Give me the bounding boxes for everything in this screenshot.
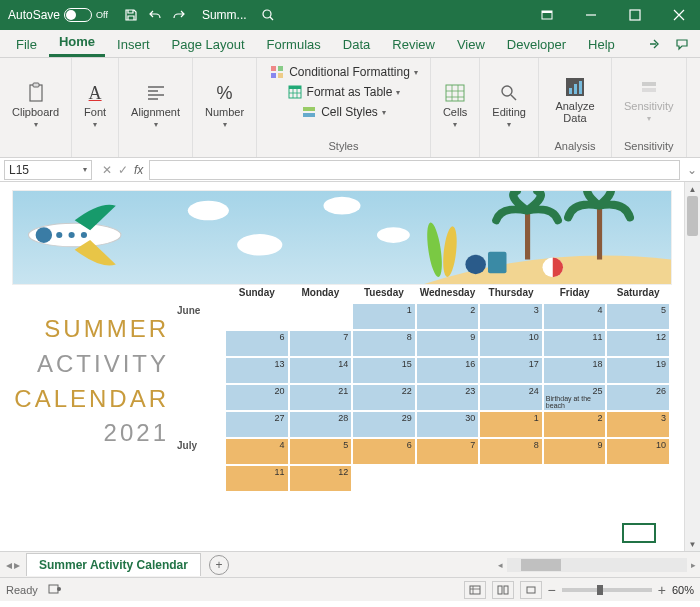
scroll-left-icon[interactable]: ◂ [498,560,503,570]
day-cell[interactable]: 4 [225,438,289,465]
horizontal-scrollbar[interactable] [507,558,687,572]
page-break-view-icon[interactable] [520,581,542,599]
tab-home[interactable]: Home [49,29,105,57]
tab-view[interactable]: View [447,32,495,57]
day-cell[interactable]: 28 [289,411,353,438]
day-cell[interactable]: 4 [543,303,607,330]
day-cell[interactable]: 7 [289,330,353,357]
scroll-up-icon[interactable]: ▲ [685,182,700,196]
day-cell[interactable]: 19 [606,357,670,384]
day-cell[interactable]: 3 [606,411,670,438]
cancel-formula-icon[interactable]: ✕ [102,163,112,177]
day-cell[interactable]: 5 [289,438,353,465]
maximize-icon[interactable] [614,0,656,30]
day-cell[interactable]: 22 [352,384,416,411]
day-cell[interactable]: 9 [416,330,480,357]
fx-icon[interactable]: fx [134,163,143,177]
autosave-toggle-icon[interactable] [64,8,92,22]
tab-developer[interactable]: Developer [497,32,576,57]
page-layout-view-icon[interactable] [492,581,514,599]
format-as-table-button[interactable]: Format as Table▾ [285,83,403,101]
day-cell-empty[interactable] [416,465,480,492]
day-cell[interactable]: 21 [289,384,353,411]
zoom-thumb[interactable] [597,585,603,595]
formula-input[interactable] [149,160,680,180]
autosave-control[interactable]: AutoSave Off [0,8,116,22]
day-cell[interactable]: 3 [479,303,543,330]
zoom-in-icon[interactable]: + [658,582,666,598]
day-cell[interactable]: 7 [416,438,480,465]
scroll-thumb[interactable] [687,196,698,236]
scroll-thumb[interactable] [521,559,561,571]
day-cell[interactable]: 9 [543,438,607,465]
day-cell[interactable]: 2 [543,411,607,438]
number-button[interactable]: % Number ▾ [199,78,250,133]
tab-formulas[interactable]: Formulas [257,32,331,57]
zoom-slider[interactable] [562,588,652,592]
day-cell[interactable]: 25Birthday at the beach [543,384,607,411]
redo-icon[interactable] [170,6,188,24]
day-cell[interactable]: 14 [289,357,353,384]
day-cell[interactable]: 18 [543,357,607,384]
minimize-icon[interactable] [570,0,612,30]
day-cell[interactable]: 23 [416,384,480,411]
cell-styles-button[interactable]: Cell Styles▾ [299,103,388,121]
day-cell[interactable]: 17 [479,357,543,384]
day-cell[interactable]: 13 [225,357,289,384]
day-cell[interactable]: 12 [289,465,353,492]
day-cell[interactable]: 8 [479,438,543,465]
analyze-data-button[interactable]: Analyze Data [545,72,605,128]
day-cell[interactable]: 27 [225,411,289,438]
day-cell[interactable]: 6 [352,438,416,465]
day-cell[interactable]: 10 [479,330,543,357]
day-cell[interactable]: 15 [352,357,416,384]
macro-record-icon[interactable] [48,583,62,597]
editing-button[interactable]: Editing ▾ [486,78,532,133]
scroll-down-icon[interactable]: ▼ [685,537,700,551]
search-button[interactable] [255,8,526,22]
day-cell[interactable]: 26 [606,384,670,411]
sensitivity-button[interactable]: Sensitivity ▾ [618,72,680,127]
conditional-formatting-button[interactable]: Conditional Formatting▾ [267,63,420,81]
tab-help[interactable]: Help [578,32,625,57]
day-cell[interactable]: 30 [416,411,480,438]
day-cell[interactable]: 6 [225,330,289,357]
new-sheet-button[interactable]: + [209,555,229,575]
alignment-button[interactable]: Alignment ▾ [125,78,186,133]
next-sheet-icon[interactable]: ▸ [14,558,20,572]
day-cell-empty[interactable] [289,303,353,330]
normal-view-icon[interactable] [464,581,486,599]
vertical-scrollbar[interactable]: ▲ ▼ [684,182,700,551]
day-cell[interactable]: 20 [225,384,289,411]
day-cell-empty[interactable] [479,465,543,492]
day-cell-empty[interactable] [352,465,416,492]
day-cell[interactable]: 8 [352,330,416,357]
cells-button[interactable]: Cells ▾ [437,78,473,133]
share-icon[interactable] [642,33,666,55]
expand-formula-bar-icon[interactable]: ⌄ [684,163,700,177]
day-cell-empty[interactable] [225,303,289,330]
day-cell[interactable]: 2 [416,303,480,330]
day-cell-empty[interactable] [543,465,607,492]
prev-sheet-icon[interactable]: ◂ [6,558,12,572]
ribbon-display-icon[interactable] [526,0,568,30]
zoom-level[interactable]: 60% [672,584,694,596]
scroll-right-icon[interactable]: ▸ [691,560,696,570]
worksheet[interactable]: SUMMER ACTIVITY CALENDAR 2021 SundayMond… [0,182,684,551]
zoom-out-icon[interactable]: − [548,582,556,598]
tab-review[interactable]: Review [382,32,445,57]
day-cell[interactable]: 11 [225,465,289,492]
sheet-nav[interactable]: ◂▸ [0,558,26,572]
day-cell[interactable]: 11 [543,330,607,357]
day-cell[interactable]: 29 [352,411,416,438]
tab-data[interactable]: Data [333,32,380,57]
save-icon[interactable] [122,6,140,24]
day-cell-empty[interactable] [606,465,670,492]
name-box[interactable]: L15 ▾ [4,160,92,180]
day-cell[interactable]: 1 [352,303,416,330]
tab-file[interactable]: File [6,32,47,57]
font-button[interactable]: A Font ▾ [78,78,112,133]
comments-icon[interactable] [670,33,694,55]
sheet-tab-active[interactable]: Summer Activity Calendar [26,553,201,576]
undo-icon[interactable] [146,6,164,24]
